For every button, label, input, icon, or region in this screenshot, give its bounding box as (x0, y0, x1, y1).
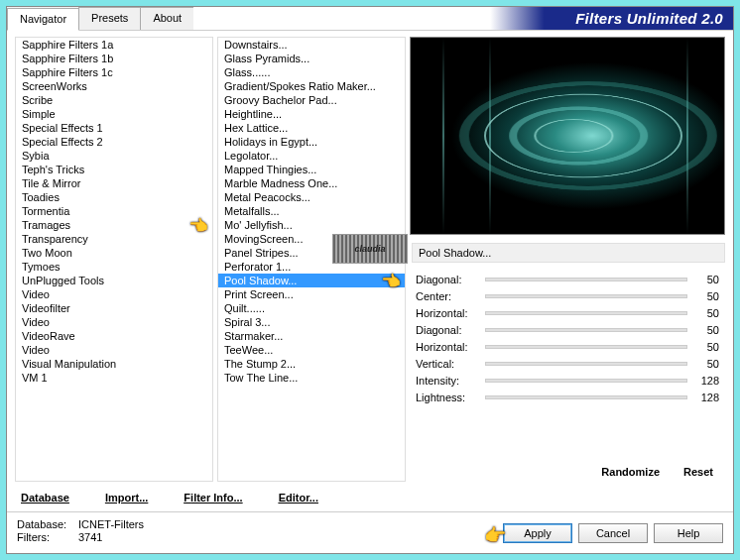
param-value: 50 (687, 307, 719, 319)
filter-item[interactable]: Hex Lattice... (218, 121, 405, 135)
category-item[interactable]: Tile & Mirror (16, 176, 212, 190)
tab-strip: Navigator Presets About (7, 7, 193, 30)
current-filter-name: Pool Shadow... (412, 243, 725, 263)
category-list[interactable]: Sapphire Filters 1aSapphire Filters 1bSa… (15, 37, 213, 482)
param-slider[interactable] (485, 294, 687, 298)
param-label: Center: (416, 290, 485, 302)
filter-item[interactable]: Quilt...... (218, 301, 405, 315)
param-row: Vertical:50 (410, 355, 725, 372)
category-item[interactable]: Visual Manipulation (16, 357, 212, 371)
param-row: Center:50 (410, 287, 725, 304)
param-slider[interactable] (485, 311, 687, 315)
filter-item[interactable]: Pool Shadow...👈 (218, 274, 405, 287)
filter-item[interactable]: Mapped Thingies... (218, 163, 405, 176)
tab-about[interactable]: About (140, 7, 194, 30)
filter-item[interactable]: Metal Peacocks... (218, 190, 405, 204)
param-slider[interactable] (485, 379, 687, 383)
category-item[interactable]: Video (16, 343, 212, 357)
filter-item[interactable]: Marble Madness One... (218, 176, 405, 190)
category-item[interactable]: Sapphire Filters 1a (16, 38, 212, 52)
category-item[interactable]: Teph's Tricks (16, 163, 212, 176)
param-row: Lightness:128 (410, 389, 725, 405)
filter-item[interactable]: Glass Pyramids... (218, 52, 405, 65)
param-label: Horizontal: (416, 341, 485, 353)
randomize-button[interactable]: Randomize (601, 466, 660, 478)
preview-image (410, 37, 725, 235)
param-label: Intensity: (416, 375, 485, 387)
category-item[interactable]: UnPlugged Tools (16, 274, 212, 287)
category-item[interactable]: VM 1 (16, 371, 212, 385)
filter-item[interactable]: The Stump 2... (218, 357, 405, 371)
param-slider[interactable] (485, 328, 687, 332)
database-link[interactable]: Database (17, 490, 73, 505)
filter-item[interactable]: Print Screen... (218, 287, 405, 301)
filter-item[interactable]: Glass...... (218, 65, 405, 79)
hand-pointer-icon: 👉 (484, 524, 506, 546)
category-item[interactable]: Videofilter (16, 301, 212, 315)
editor-link[interactable]: Editor... (275, 490, 322, 505)
filter-item[interactable]: Groovy Bachelor Pad... (218, 93, 405, 107)
category-item[interactable]: Transparency (16, 232, 212, 246)
import-link[interactable]: Import... (101, 490, 152, 505)
param-value: 50 (687, 358, 719, 370)
current-filter-row: claudia Pool Shadow... (410, 241, 725, 265)
tab-navigator[interactable]: Navigator (7, 8, 79, 31)
database-label: Database: (17, 518, 72, 530)
title-banner: Filters Unlimited 2.0 (193, 7, 733, 30)
category-item[interactable]: Sapphire Filters 1b (16, 52, 212, 65)
param-slider[interactable] (485, 395, 687, 399)
category-item[interactable]: ScreenWorks (16, 79, 212, 93)
filter-item[interactable]: Heightline... (218, 107, 405, 121)
filter-item[interactable]: Mo' Jellyfish... (218, 218, 405, 232)
param-slider[interactable] (485, 362, 687, 366)
param-label: Lightness: (416, 392, 485, 403)
category-item[interactable]: Toadies (16, 190, 212, 204)
category-item[interactable]: Simple (16, 107, 212, 121)
param-value: 50 (687, 341, 719, 353)
category-item[interactable]: Tramages👈 (16, 218, 212, 232)
param-row: Diagonal:50 (410, 271, 725, 287)
category-item[interactable]: Sybia (16, 149, 212, 163)
param-value: 50 (687, 274, 719, 285)
cancel-button[interactable]: Cancel (578, 523, 648, 543)
category-item[interactable]: Video (16, 287, 212, 301)
titlebar: Navigator Presets About Filters Unlimite… (7, 7, 733, 31)
category-column: Sapphire Filters 1aSapphire Filters 1bSa… (15, 37, 213, 482)
apply-button[interactable]: 👉 Apply (503, 523, 572, 543)
filter-item[interactable]: Downstairs... (218, 38, 405, 52)
filter-item[interactable]: Starmaker... (218, 329, 405, 343)
filter-item[interactable]: Legolator... (218, 149, 405, 163)
filter-item[interactable]: Holidays in Egypt... (218, 135, 405, 149)
param-row: Intensity:128 (410, 372, 725, 389)
filter-item[interactable]: Tow The Line... (218, 371, 405, 385)
category-item[interactable]: Scribe (16, 93, 212, 107)
filter-item[interactable]: Spiral 3... (218, 315, 405, 329)
category-item[interactable]: Special Effects 1 (16, 121, 212, 135)
parameter-list: Diagonal:50Center:50Horizontal:50Diagona… (410, 271, 725, 458)
help-button[interactable]: Help (654, 523, 723, 543)
category-item[interactable]: Two Moon (16, 246, 212, 260)
category-item[interactable]: Special Effects 2 (16, 135, 212, 149)
watermark-badge: claudia (332, 234, 408, 264)
main-area: Sapphire Filters 1aSapphire Filters 1bSa… (7, 31, 733, 486)
param-label: Diagonal: (416, 274, 485, 285)
param-label: Vertical: (416, 358, 485, 370)
category-item[interactable]: VideoRave (16, 329, 212, 343)
category-item[interactable]: Tymoes (16, 260, 212, 274)
category-item[interactable]: Video (16, 315, 212, 329)
app-window: Navigator Presets About Filters Unlimite… (6, 6, 734, 554)
filter-item[interactable]: Gradient/Spokes Ratio Maker... (218, 79, 405, 93)
category-item[interactable]: Sapphire Filters 1c (16, 65, 212, 79)
filter-item[interactable]: Metalfalls... (218, 204, 405, 218)
category-item[interactable]: Tormentia (16, 204, 212, 218)
app-title: Filters Unlimited 2.0 (575, 10, 723, 27)
filter-info-link[interactable]: Filter Info... (180, 490, 246, 505)
footer: Database:ICNET-Filters Filters:3741 👉 Ap… (7, 511, 733, 553)
filter-item[interactable]: TeeWee... (218, 343, 405, 357)
reset-button[interactable]: Reset (683, 466, 713, 478)
param-slider[interactable] (485, 278, 687, 281)
tab-presets[interactable]: Presets (78, 7, 141, 30)
param-slider[interactable] (485, 345, 687, 349)
param-value: 128 (687, 375, 719, 387)
param-label: Diagonal: (416, 324, 485, 336)
